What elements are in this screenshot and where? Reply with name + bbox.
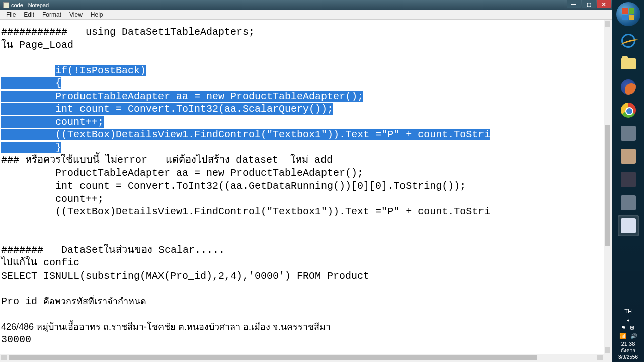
system-tray: TH ◂ ⚑ ⛨ 📶 🔊 21:38 อังคาร 3/9/2556 [612,308,644,362]
taskbar-firefox[interactable] [618,76,639,98]
menu-help[interactable]: Help [87,10,107,19]
chrome-icon [621,103,636,118]
taskbar-app-3[interactable] [618,169,639,190]
menu-format[interactable]: Format [38,10,65,19]
clock-date: 3/9/2556 [612,354,644,360]
doc-icon [3,2,9,8]
taskbar-explorer[interactable] [618,53,639,74]
vertical-scrollbar[interactable] [604,20,612,354]
text-editor[interactable]: ########### using DataSet1TableAdapters;… [0,20,604,354]
titlebar[interactable]: code - Notepad — ▢ ✕ [0,0,612,10]
taskbar: TH ◂ ⚑ ⛨ 📶 🔊 21:38 อังคาร 3/9/2556 [612,0,644,362]
tray-network-icon[interactable]: 📶 [619,333,626,339]
scroll-corner [604,354,612,362]
window-buttons: — ▢ ✕ [567,0,611,8]
menu-edit[interactable]: Edit [20,10,38,19]
clock-time[interactable]: 21:38 [612,341,644,347]
ie-icon [621,34,635,48]
firefox-icon [621,79,636,95]
taskbar-app-1[interactable] [618,123,639,144]
app-icon [621,172,636,187]
tray-flag-icon[interactable]: ⚑ [621,325,626,331]
notepad-icon [621,218,636,233]
scroll-thumb-h[interactable] [9,355,537,360]
language-indicator[interactable]: TH [612,308,644,314]
scroll-thumb-v[interactable] [605,125,610,246]
editor-area: ########### using DataSet1TableAdapters;… [0,20,612,362]
menu-file[interactable]: File [2,10,20,19]
window-title: code - Notepad [11,2,49,8]
start-button[interactable] [616,2,640,26]
taskbar-chrome[interactable] [618,100,639,121]
horizontal-scrollbar[interactable] [0,354,604,362]
menu-view[interactable]: View [65,10,87,19]
close-button[interactable]: ✕ [597,0,611,8]
notepad-window: code - Notepad — ▢ ✕ File Edit Format Vi… [0,0,612,362]
app-icon [621,195,636,210]
taskbar-ie[interactable] [618,30,639,51]
taskbar-app-4[interactable] [618,192,639,213]
menubar: File Edit Format View Help [0,10,612,20]
taskbar-notepad[interactable] [618,215,639,236]
clock-day: อังคาร [612,347,644,354]
minimize-button[interactable]: — [567,0,581,8]
tray-volume-icon[interactable]: 🔊 [630,333,637,339]
app-icon [621,149,636,164]
taskbar-app-2[interactable] [618,146,639,167]
maximize-button[interactable]: ▢ [582,0,596,8]
app-icon [621,126,636,141]
tray-shield-icon[interactable]: ⛨ [630,325,635,331]
tray-expand-icon[interactable]: ◂ [612,317,644,323]
folder-icon [621,58,636,69]
selected-text: if(!IsPostBack) [55,65,146,76]
